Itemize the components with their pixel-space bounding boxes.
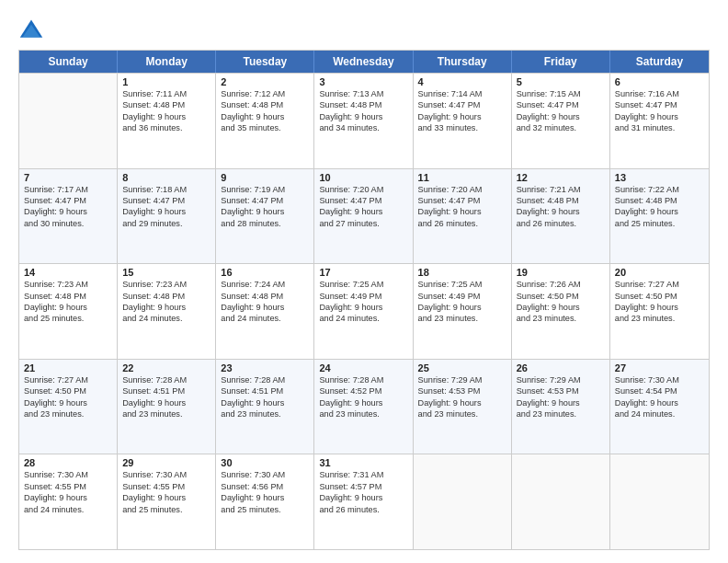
- daylight-hours: Daylight: 9 hours: [221, 206, 309, 217]
- sunset-text: Sunset: 4:47 PM: [615, 99, 704, 110]
- day-number: 24: [319, 362, 407, 373]
- daylight-hours: Daylight: 9 hours: [517, 111, 605, 122]
- sunset-text: Sunset: 4:51 PM: [122, 385, 210, 396]
- calendar-cell-5: 5Sunrise: 7:15 AMSunset: 4:47 PMDaylight…: [512, 74, 610, 168]
- sunrise-text: Sunrise: 7:30 AM: [221, 469, 309, 480]
- sunrise-text: Sunrise: 7:13 AM: [319, 88, 407, 99]
- page: SundayMondayTuesdayWednesdayThursdayFrid…: [0, 0, 728, 563]
- daylight-minutes: and 23 minutes.: [221, 408, 309, 419]
- header-day-sunday: Sunday: [19, 51, 118, 73]
- daylight-hours: Daylight: 9 hours: [615, 111, 704, 122]
- calendar-cell-14: 14Sunrise: 7:23 AMSunset: 4:48 PMDayligh…: [19, 264, 118, 359]
- daylight-hours: Daylight: 9 hours: [24, 206, 112, 217]
- day-number: 30: [221, 457, 309, 468]
- sunrise-text: Sunrise: 7:29 AM: [418, 374, 506, 385]
- sunset-text: Sunset: 4:57 PM: [319, 481, 407, 492]
- sunset-text: Sunset: 4:48 PM: [319, 99, 407, 110]
- day-number: 5: [517, 76, 605, 87]
- daylight-hours: Daylight: 9 hours: [418, 111, 506, 122]
- calendar-cell-7: 7Sunrise: 7:17 AMSunset: 4:47 PMDaylight…: [19, 169, 118, 264]
- daylight-hours: Daylight: 9 hours: [122, 111, 210, 122]
- header-day-friday: Friday: [512, 51, 610, 73]
- sunrise-text: Sunrise: 7:25 AM: [418, 279, 506, 290]
- sunrise-text: Sunrise: 7:14 AM: [418, 88, 506, 99]
- sunset-text: Sunset: 4:48 PM: [517, 195, 605, 206]
- calendar-row-3: 21Sunrise: 7:27 AMSunset: 4:50 PMDayligh…: [19, 359, 709, 454]
- calendar-cell-empty-4-5: [512, 454, 610, 549]
- daylight-minutes: and 26 minutes.: [517, 218, 605, 229]
- daylight-hours: Daylight: 9 hours: [319, 302, 407, 313]
- day-number: 26: [517, 362, 605, 373]
- sunset-text: Sunset: 4:56 PM: [221, 481, 309, 492]
- daylight-hours: Daylight: 9 hours: [615, 397, 704, 408]
- sunrise-text: Sunrise: 7:12 AM: [221, 88, 309, 99]
- header: [18, 17, 710, 42]
- day-number: 21: [24, 362, 112, 373]
- calendar-cell-28: 28Sunrise: 7:30 AMSunset: 4:55 PMDayligh…: [19, 454, 118, 549]
- daylight-hours: Daylight: 9 hours: [221, 492, 309, 503]
- calendar-cell-13: 13Sunrise: 7:22 AMSunset: 4:48 PMDayligh…: [610, 169, 709, 264]
- daylight-hours: Daylight: 9 hours: [221, 302, 309, 313]
- day-number: 14: [24, 267, 112, 278]
- calendar-cell-21: 21Sunrise: 7:27 AMSunset: 4:50 PMDayligh…: [19, 360, 118, 454]
- sunrise-text: Sunrise: 7:11 AM: [122, 88, 210, 99]
- calendar-cell-23: 23Sunrise: 7:28 AMSunset: 4:51 PMDayligh…: [216, 360, 314, 454]
- daylight-minutes: and 27 minutes.: [319, 218, 407, 229]
- calendar-cell-empty-0-0: [19, 74, 118, 168]
- sunset-text: Sunset: 4:53 PM: [418, 385, 506, 396]
- calendar-row-4: 28Sunrise: 7:30 AMSunset: 4:55 PMDayligh…: [19, 454, 709, 549]
- daylight-minutes: and 26 minutes.: [418, 218, 506, 229]
- calendar-cell-27: 27Sunrise: 7:30 AMSunset: 4:54 PMDayligh…: [610, 360, 709, 454]
- sunrise-text: Sunrise: 7:28 AM: [319, 374, 407, 385]
- sunrise-text: Sunrise: 7:15 AM: [517, 88, 605, 99]
- calendar-cell-18: 18Sunrise: 7:25 AMSunset: 4:49 PMDayligh…: [414, 264, 512, 359]
- day-number: 8: [122, 172, 210, 183]
- sunset-text: Sunset: 4:50 PM: [24, 385, 112, 396]
- sunset-text: Sunset: 4:48 PM: [24, 291, 112, 302]
- daylight-hours: Daylight: 9 hours: [221, 111, 309, 122]
- daylight-hours: Daylight: 9 hours: [24, 492, 112, 503]
- daylight-hours: Daylight: 9 hours: [319, 492, 407, 503]
- daylight-minutes: and 33 minutes.: [418, 122, 506, 133]
- calendar-cell-11: 11Sunrise: 7:20 AMSunset: 4:47 PMDayligh…: [414, 169, 512, 264]
- daylight-minutes: and 24 minutes.: [221, 313, 309, 324]
- daylight-minutes: and 25 minutes.: [24, 313, 112, 324]
- daylight-hours: Daylight: 9 hours: [221, 397, 309, 408]
- daylight-minutes: and 23 minutes.: [24, 408, 112, 419]
- calendar-row-0: 1Sunrise: 7:11 AMSunset: 4:48 PMDaylight…: [19, 73, 709, 168]
- daylight-minutes: and 26 minutes.: [319, 504, 407, 515]
- day-number: 20: [615, 267, 704, 278]
- calendar-cell-22: 22Sunrise: 7:28 AMSunset: 4:51 PMDayligh…: [118, 360, 216, 454]
- daylight-minutes: and 35 minutes.: [221, 122, 309, 133]
- sunrise-text: Sunrise: 7:27 AM: [24, 374, 112, 385]
- sunset-text: Sunset: 4:55 PM: [122, 481, 210, 492]
- day-number: 17: [319, 267, 407, 278]
- daylight-minutes: and 30 minutes.: [24, 218, 112, 229]
- day-number: 11: [418, 172, 506, 183]
- sunrise-text: Sunrise: 7:27 AM: [615, 279, 704, 290]
- header-day-tuesday: Tuesday: [216, 51, 314, 73]
- calendar-cell-8: 8Sunrise: 7:18 AMSunset: 4:47 PMDaylight…: [118, 169, 216, 264]
- day-number: 1: [122, 76, 210, 87]
- calendar-cell-9: 9Sunrise: 7:19 AMSunset: 4:47 PMDaylight…: [216, 169, 314, 264]
- sunrise-text: Sunrise: 7:28 AM: [122, 374, 210, 385]
- sunrise-text: Sunrise: 7:30 AM: [24, 469, 112, 480]
- calendar-cell-2: 2Sunrise: 7:12 AMSunset: 4:48 PMDaylight…: [216, 74, 314, 168]
- calendar-cell-26: 26Sunrise: 7:29 AMSunset: 4:53 PMDayligh…: [512, 360, 610, 454]
- daylight-hours: Daylight: 9 hours: [319, 397, 407, 408]
- day-number: 7: [24, 172, 112, 183]
- sunset-text: Sunset: 4:54 PM: [615, 385, 704, 396]
- day-number: 13: [615, 172, 704, 183]
- day-number: 6: [615, 76, 704, 87]
- daylight-minutes: and 24 minutes.: [122, 313, 210, 324]
- daylight-minutes: and 25 minutes.: [221, 504, 309, 515]
- sunset-text: Sunset: 4:47 PM: [221, 195, 309, 206]
- sunrise-text: Sunrise: 7:22 AM: [615, 184, 704, 195]
- sunset-text: Sunset: 4:52 PM: [319, 385, 407, 396]
- sunrise-text: Sunrise: 7:26 AM: [517, 279, 605, 290]
- daylight-hours: Daylight: 9 hours: [615, 206, 704, 217]
- sunset-text: Sunset: 4:51 PM: [221, 385, 309, 396]
- day-number: 29: [122, 457, 210, 468]
- daylight-minutes: and 31 minutes.: [615, 122, 704, 133]
- calendar-cell-empty-4-6: [610, 454, 709, 549]
